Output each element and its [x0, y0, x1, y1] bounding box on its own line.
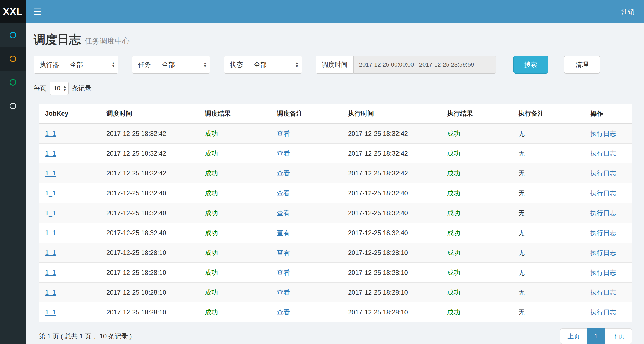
exec-log-link[interactable]: 执行日志: [590, 229, 616, 236]
handle-result-cell: 成功: [441, 124, 512, 144]
pagination: 上页 1 下页: [560, 328, 632, 344]
status-select-value: 全部: [254, 60, 267, 69]
current-page-button[interactable]: 1: [587, 328, 605, 344]
sidebar-toggle-icon[interactable]: ☰: [26, 0, 49, 23]
pagesize-select[interactable]: 10 ▲▼: [50, 82, 69, 95]
pagesize-row: 每页 10 ▲▼ 条记录: [34, 81, 632, 95]
trigger-time-cell: 2017-12-25 18:32:42: [100, 144, 199, 163]
trigger-time-cell: 2017-12-25 18:28:10: [100, 283, 199, 302]
trigger-result-cell: 成功: [199, 223, 271, 243]
trigger-result-cell: 成功: [199, 263, 271, 283]
handle-msg-cell: 无: [512, 124, 584, 144]
sidebar-item-4[interactable]: [0, 94, 26, 118]
handle-time-cell: 2017-12-25 18:32:40: [342, 223, 441, 243]
search-button[interactable]: 搜索: [513, 56, 548, 74]
status-select[interactable]: 全部 ▲▼: [249, 56, 302, 74]
exec-log-link[interactable]: 执行日志: [590, 150, 616, 157]
trigger-time-range-input[interactable]: 2017-12-25 00:00:00 - 2017-12-25 23:59:5…: [353, 56, 496, 74]
handle-msg-cell: 无: [512, 302, 584, 322]
table-row: 1_1 2017-12-25 18:28:10 成功 查看 2017-12-25…: [39, 283, 632, 302]
circle-icon: [10, 103, 16, 109]
trigger-msg-link[interactable]: 查看: [277, 170, 290, 177]
prev-page-button[interactable]: 上页: [560, 328, 587, 344]
clear-button[interactable]: 清理: [564, 56, 600, 74]
trigger-result-cell: 成功: [199, 283, 271, 302]
job-select-value: 全部: [162, 60, 175, 69]
select-arrows-icon: ▲▼: [111, 61, 115, 68]
handle-result-cell: 成功: [441, 283, 512, 302]
trigger-time-cell: 2017-12-25 18:28:10: [100, 302, 199, 322]
handle-result-cell: 成功: [441, 144, 512, 163]
sidebar-item-2[interactable]: [0, 47, 26, 71]
exec-log-link[interactable]: 执行日志: [590, 269, 616, 276]
executor-select-value: 全部: [70, 60, 83, 69]
trigger-msg-link[interactable]: 查看: [277, 249, 290, 256]
exec-log-link[interactable]: 执行日志: [590, 209, 616, 217]
jobkey-link[interactable]: 1_1: [45, 229, 56, 236]
header-handle-time: 执行时间: [342, 104, 441, 124]
jobkey-link[interactable]: 1_1: [45, 209, 56, 217]
trigger-msg-link[interactable]: 查看: [277, 209, 290, 217]
jobkey-link[interactable]: 1_1: [45, 130, 56, 137]
trigger-msg-link[interactable]: 查看: [277, 130, 290, 137]
page-title: 调度日志: [34, 32, 81, 47]
executor-select[interactable]: 全部 ▲▼: [65, 56, 118, 74]
main-content: 调度日志 任务调度中心 执行器 全部 ▲▼ 任务 全部 ▲▼: [26, 23, 644, 344]
trigger-time-cell: 2017-12-25 18:32:42: [100, 163, 199, 183]
circle-icon: [10, 32, 16, 38]
jobkey-link[interactable]: 1_1: [45, 269, 56, 276]
table-row: 1_1 2017-12-25 18:32:40 成功 查看 2017-12-25…: [39, 223, 632, 243]
header-trigger-msg: 调度备注: [271, 104, 342, 124]
handle-time-cell: 2017-12-25 18:32:40: [342, 203, 441, 223]
jobkey-link[interactable]: 1_1: [45, 309, 56, 316]
circle-icon: [10, 56, 16, 62]
exec-log-link[interactable]: 执行日志: [590, 289, 616, 296]
trigger-msg-link[interactable]: 查看: [277, 289, 290, 296]
exec-log-link[interactable]: 执行日志: [590, 309, 616, 316]
handle-msg-cell: 无: [512, 263, 584, 283]
trigger-msg-link[interactable]: 查看: [277, 189, 290, 197]
trigger-result-cell: 成功: [199, 124, 271, 144]
jobkey-link[interactable]: 1_1: [45, 170, 56, 177]
handle-time-cell: 2017-12-25 18:28:10: [342, 302, 441, 322]
trigger-result-cell: 成功: [199, 144, 271, 163]
exec-log-link[interactable]: 执行日志: [590, 249, 616, 256]
jobkey-link[interactable]: 1_1: [45, 189, 56, 197]
trigger-msg-link[interactable]: 查看: [277, 269, 290, 276]
next-page-button[interactable]: 下页: [605, 328, 632, 344]
trigger-result-cell: 成功: [199, 163, 271, 183]
sidebar-item-3[interactable]: [0, 71, 26, 94]
trigger-msg-link[interactable]: 查看: [277, 229, 290, 236]
handle-result-cell: 成功: [441, 183, 512, 203]
navbar-main: ☰ 注销: [26, 0, 644, 23]
logout-link[interactable]: 注销: [621, 8, 634, 16]
pagination-info: 第 1 页 ( 总共 1 页， 10 条记录 ): [39, 332, 132, 341]
filter-bar: 执行器 全部 ▲▼ 任务 全部 ▲▼ 状态 全部 ▲▼: [34, 56, 632, 74]
header-jobkey: JobKey: [39, 104, 100, 124]
sidebar-item-1[interactable]: [0, 23, 26, 47]
exec-log-link[interactable]: 执行日志: [590, 170, 616, 177]
trigger-msg-link[interactable]: 查看: [277, 309, 290, 316]
handle-result-cell: 成功: [441, 243, 512, 263]
executor-filter-group: 执行器 全部 ▲▼: [34, 56, 118, 74]
trigger-time-cell: 2017-12-25 18:32:40: [100, 223, 199, 243]
exec-log-link[interactable]: 执行日志: [590, 189, 616, 197]
exec-log-link[interactable]: 执行日志: [590, 130, 616, 137]
header-handle-msg: 执行备注: [512, 104, 584, 124]
pagesize-value: 10: [54, 85, 60, 92]
jobkey-link[interactable]: 1_1: [45, 289, 56, 296]
jobkey-link[interactable]: 1_1: [45, 150, 56, 157]
handle-msg-cell: 无: [512, 144, 584, 163]
trigger-msg-link[interactable]: 查看: [277, 150, 290, 157]
log-table: JobKey 调度时间 调度结果 调度备注 执行时间 执行结果 执行备注 操作 …: [39, 104, 632, 322]
job-select[interactable]: 全部 ▲▼: [157, 56, 210, 74]
trigger-time-range-value: 2017-12-25 00:00:00 - 2017-12-25 23:59:5…: [359, 61, 474, 68]
handle-msg-cell: 无: [512, 223, 584, 243]
handle-time-cell: 2017-12-25 18:28:10: [342, 263, 441, 283]
handle-time-cell: 2017-12-25 18:32:42: [342, 163, 441, 183]
trigger-time-cell: 2017-12-25 18:32:40: [100, 183, 199, 203]
sidebar-menu: [0, 23, 26, 344]
log-table-wrap: JobKey 调度时间 调度结果 调度备注 执行时间 执行结果 执行备注 操作 …: [39, 104, 632, 322]
jobkey-link[interactable]: 1_1: [45, 249, 56, 256]
header-trigger-result: 调度结果: [199, 104, 271, 124]
